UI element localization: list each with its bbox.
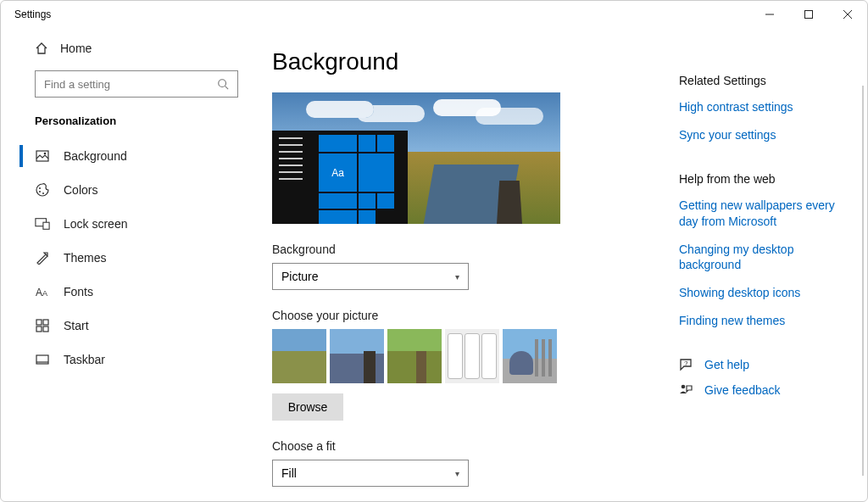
webhelp-link-themes[interactable]: Finding new themes — [679, 313, 847, 329]
scrollbar[interactable] — [862, 86, 864, 476]
sidebar-item-label: Background — [64, 149, 127, 163]
svg-rect-16 — [43, 320, 48, 325]
svg-point-10 — [42, 192, 44, 194]
settings-window: Settings Home Find a setting Personaliza… — [0, 0, 868, 502]
sidebar-item-label: Themes — [64, 251, 107, 265]
fit-label: Choose a fit — [272, 439, 645, 453]
webhelp-link-desktop-icons[interactable]: Showing desktop icons — [679, 285, 847, 301]
svg-rect-6 — [36, 151, 48, 161]
feedback-icon — [679, 383, 693, 397]
background-icon — [35, 149, 50, 163]
close-button[interactable] — [828, 1, 867, 28]
background-type-dropdown[interactable]: Picture ▾ — [272, 263, 469, 290]
picture-thumb-1[interactable] — [272, 329, 326, 383]
svg-point-22 — [682, 385, 686, 389]
colors-icon — [35, 183, 50, 197]
preview-menu-lines — [279, 137, 303, 180]
lockscreen-icon — [35, 217, 50, 231]
picture-thumb-3[interactable] — [387, 329, 442, 383]
search-placeholder: Find a setting — [44, 78, 110, 91]
sidebar-item-label: Start — [64, 319, 89, 332]
home-label: Home — [60, 42, 92, 55]
window-controls — [750, 1, 867, 28]
svg-text:A: A — [42, 289, 47, 298]
sidebar-item-colors[interactable]: Colors — [1, 173, 255, 207]
give-feedback-label: Give feedback — [704, 383, 781, 397]
body: Home Find a setting Personalization Back… — [1, 28, 867, 501]
section-label: Personalization — [1, 109, 255, 139]
picture-thumb-4[interactable] — [445, 329, 499, 383]
preview-bridge — [497, 181, 522, 224]
preview-start-overlay: Aa — [272, 131, 408, 224]
chevron-down-icon: ▾ — [455, 469, 459, 478]
webhelp-link-wallpapers[interactable]: Getting new wallpapers every day from Mi… — [679, 198, 847, 230]
sidebar-item-themes[interactable]: Themes — [1, 241, 255, 275]
svg-text:?: ? — [684, 360, 688, 367]
search-input[interactable]: Find a setting — [35, 70, 238, 98]
preview-clouds — [306, 101, 374, 118]
content: Background Aa — [255, 28, 867, 501]
home-icon — [35, 42, 48, 55]
get-help-label: Get help — [704, 358, 749, 371]
themes-icon — [35, 251, 50, 265]
sidebar-item-start[interactable]: Start — [1, 309, 255, 343]
sidebar-item-lockscreen[interactable]: Lock screen — [1, 207, 255, 241]
fonts-icon: AA — [35, 285, 50, 298]
desktop-preview: Aa — [272, 92, 560, 224]
main-column: Background Aa — [272, 48, 645, 501]
nav: Background Colors Lock screen Themes AA … — [1, 139, 255, 376]
svg-line-5 — [225, 86, 229, 90]
fit-dropdown[interactable]: Fill ▾ — [272, 460, 469, 487]
sidebar-item-label: Lock screen — [64, 217, 127, 231]
window-title: Settings — [14, 8, 51, 20]
webhelp-heading: Help from the web — [679, 172, 847, 186]
svg-point-8 — [39, 187, 41, 189]
preview-tiles: Aa — [319, 135, 403, 220]
picture-thumb-2[interactable] — [330, 329, 384, 383]
svg-rect-1 — [805, 11, 813, 19]
sidebar-item-label: Fonts — [64, 285, 93, 298]
svg-point-4 — [219, 80, 226, 87]
sidebar-item-taskbar[interactable]: Taskbar — [1, 343, 255, 376]
titlebar: Settings — [1, 1, 867, 28]
browse-button[interactable]: Browse — [272, 393, 343, 421]
preview-sample-text-tile: Aa — [319, 153, 357, 192]
maximize-button[interactable] — [789, 1, 828, 28]
sidebar: Home Find a setting Personalization Back… — [1, 28, 255, 501]
search-icon — [217, 78, 229, 90]
svg-point-9 — [39, 191, 41, 192]
svg-text:A: A — [36, 287, 42, 298]
related-settings-heading: Related Settings — [679, 74, 847, 87]
sidebar-item-background[interactable]: Background — [1, 139, 255, 173]
picture-thumbnails — [272, 329, 645, 383]
start-icon — [35, 319, 50, 332]
choose-picture-label: Choose your picture — [272, 309, 645, 322]
svg-rect-12 — [43, 222, 49, 229]
side-column: Related Settings High contrast settings … — [679, 48, 847, 501]
minimize-button[interactable] — [750, 1, 789, 28]
background-type-value: Picture — [281, 270, 319, 283]
webhelp-link-changing-bg[interactable]: Changing my desktop background — [679, 242, 847, 274]
page-title: Background — [272, 48, 645, 75]
sidebar-item-fonts[interactable]: AA Fonts — [1, 275, 255, 309]
home-button[interactable]: Home — [1, 35, 255, 62]
fit-value: Fill — [281, 466, 297, 480]
get-help-link[interactable]: ? Get help — [679, 358, 847, 371]
background-field-label: Background — [272, 243, 645, 256]
related-link-high-contrast[interactable]: High contrast settings — [679, 99, 847, 115]
sidebar-item-label: Taskbar — [64, 353, 105, 366]
sidebar-item-label: Colors — [64, 183, 97, 197]
taskbar-icon — [35, 353, 50, 366]
svg-point-7 — [44, 153, 47, 155]
give-feedback-link[interactable]: Give feedback — [679, 383, 847, 397]
chat-help-icon: ? — [679, 358, 693, 371]
svg-rect-17 — [36, 326, 42, 332]
svg-rect-18 — [43, 326, 48, 332]
chevron-down-icon: ▾ — [455, 272, 459, 282]
related-link-sync[interactable]: Sync your settings — [679, 127, 847, 143]
svg-rect-15 — [36, 320, 42, 325]
picture-thumb-5[interactable] — [503, 329, 557, 383]
